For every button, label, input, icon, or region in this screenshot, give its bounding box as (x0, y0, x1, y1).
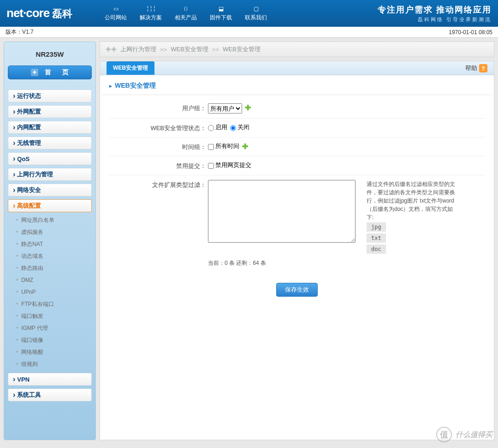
sub-port-mirror[interactable]: 端口镜像 (8, 334, 92, 346)
filter-textarea[interactable] (208, 180, 356, 243)
breadcrumb-icon: ✚✚ (106, 46, 117, 53)
usergroup-select[interactable]: 所有用户 (208, 103, 242, 113)
tab-websecurity[interactable]: WEB安全管理 (107, 61, 154, 75)
logo-text: net·core (6, 6, 49, 20)
disable-submit-option[interactable]: 禁用网页提交 (208, 161, 251, 169)
antenna-icon: ⟮⟯ (181, 5, 190, 12)
lbl-status: WEB安全管理状态： (108, 123, 208, 132)
sliders-icon: ╎╎╎ (146, 5, 155, 12)
sidebar-sublist: 网址黑白名单 虚拟服务 静态NAT 动态域名 静态路由 DMZ UPnP FTP… (8, 214, 92, 370)
nav-company[interactable]: ▭公司网站 (105, 5, 127, 22)
hint-tag: txt (367, 233, 386, 243)
filter-counter: 当前：0 条 还剩：64 条 (208, 259, 266, 267)
version-label: 版本：V1.7 (6, 28, 34, 36)
home-button[interactable]: ✦ 首 页 (8, 66, 92, 79)
sub-virtual-service[interactable]: 虚拟服务 (8, 226, 92, 238)
crumb-a[interactable]: 上网行为管理 (120, 45, 156, 54)
sub-bar: 版本：V1.7 1970-01-01 08:05 (0, 27, 498, 38)
sub-group-rule[interactable]: 组规则 (8, 358, 92, 370)
breadcrumb: ✚✚ 上网行为管理 >> WEB安全管理 >> WEB安全管理 (100, 42, 494, 57)
nav-products[interactable]: ⟮⟯相关产品 (175, 5, 197, 22)
header-tagline: 专注用户需求 推动网络应用 磊科网络 引导业界新潮流 (378, 4, 492, 23)
add-usergroup-icon[interactable]: ✚ (245, 105, 251, 112)
sidebar-menu: 运行状态 外网配置 内网配置 无线管理 QoS 上网行为管理 网络安全 高级配置… (8, 90, 92, 401)
tab-row: WEB安全管理 帮助 ? (100, 61, 494, 75)
model-label: NR235W (8, 50, 92, 58)
sidebar: NR235W ✦ 首 页 运行状态 外网配置 内网配置 无线管理 QoS 上网行… (4, 42, 96, 440)
disable-submit-checkbox[interactable] (208, 163, 214, 169)
sidebar-item-vpn[interactable]: VPN (8, 373, 92, 386)
window-icon: ▭ (111, 5, 120, 12)
sidebar-item-qos[interactable]: QoS (8, 152, 92, 165)
nav-firmware[interactable]: ⬓固件下载 (210, 5, 232, 22)
watermark-icon: 值 (436, 427, 452, 442)
hint-tag: doc (367, 245, 386, 254)
sidebar-item-behavior[interactable]: 上网行为管理 (8, 168, 92, 181)
sub-ftp-port[interactable]: FTP私有端口 (8, 298, 92, 310)
logo-cn: 磊科 (52, 7, 72, 21)
add-timegroup-icon[interactable]: ✚ (242, 144, 249, 150)
timegroup-option[interactable]: 所有时间 (208, 142, 239, 150)
nav-contact[interactable]: ▢联系我们 (245, 5, 267, 22)
datetime-label: 1970-01-01 08:05 (449, 29, 492, 36)
sub-ddns[interactable]: 动态域名 (8, 250, 92, 262)
chat-icon: ▢ (251, 5, 261, 12)
watermark: 值 什么值得买 (436, 427, 492, 442)
sidebar-item-advanced[interactable]: 高级配置 (8, 199, 92, 212)
sidebar-item-security[interactable]: 网络安全 (8, 184, 92, 197)
main-area: ✚✚ 上网行为管理 >> WEB安全管理 >> WEB安全管理 WEB安全管理 … (100, 42, 494, 440)
sub-port-trigger[interactable]: 端口触发 (8, 310, 92, 322)
top-header: net·core 磊科 ▭公司网站 ╎╎╎解决方案 ⟮⟯相关产品 ⬓固件下载 ▢… (0, 0, 498, 27)
filter-hint: 通过文件的后缀名过滤相应类型的文件，要过滤的各文件类型之间需要换行，例如过滤jp… (367, 180, 456, 255)
save-button[interactable]: 保存生效 (276, 283, 318, 297)
radio-enable[interactable] (208, 125, 214, 131)
content-panel: WEB安全管理 帮助 ? WEB安全管理 用户组： 所有用户 ✚ (100, 61, 494, 440)
sub-static-nat[interactable]: 静态NAT (8, 238, 92, 250)
sidebar-item-status[interactable]: 运行状态 (8, 90, 92, 102)
radio-disable[interactable] (230, 125, 236, 131)
form: 用户组： 所有用户 ✚ WEB安全管理状态： 启用 关闭 时间组： (108, 99, 486, 272)
nav-solutions[interactable]: ╎╎╎解决方案 (140, 5, 162, 22)
top-nav: ▭公司网站 ╎╎╎解决方案 ⟮⟯相关产品 ⬓固件下载 ▢联系我们 (105, 5, 267, 22)
lbl-disable-submit: 禁用提交： (108, 161, 208, 170)
sidebar-item-lan[interactable]: 内网配置 (8, 121, 92, 134)
sidebar-item-wireless[interactable]: 无线管理 (8, 137, 92, 149)
crumb-c: WEB安全管理 (223, 45, 261, 54)
sub-upnp[interactable]: UPnP (8, 286, 92, 298)
section-header: WEB安全管理 (102, 75, 492, 95)
lbl-filter: 文件扩展类型过滤： (108, 180, 208, 189)
hint-tag: jpg (367, 222, 386, 232)
status-off-option[interactable]: 关闭 (230, 123, 249, 131)
download-icon: ⬓ (216, 5, 225, 12)
logo: net·core 磊科 (6, 6, 72, 21)
sub-static-route[interactable]: 静态路由 (8, 262, 92, 274)
lbl-timegroup: 时间组： (108, 142, 208, 151)
help-icon: ? (479, 64, 487, 72)
sub-igmp[interactable]: IGMP 代理 (8, 322, 92, 334)
sidebar-item-tools[interactable]: 系统工具 (8, 388, 92, 401)
crumb-b[interactable]: WEB安全管理 (171, 45, 208, 54)
timegroup-checkbox[interactable] (208, 144, 214, 150)
sub-dmz[interactable]: DMZ (8, 274, 92, 286)
status-on-option[interactable]: 启用 (208, 123, 227, 131)
plus-icon: ✦ (31, 69, 38, 76)
sub-wol[interactable]: 网络唤醒 (8, 346, 92, 358)
sidebar-item-wan[interactable]: 外网配置 (8, 105, 92, 118)
lbl-usergroup: 用户组： (108, 103, 208, 113)
help-button[interactable]: 帮助 ? (465, 64, 487, 72)
sub-url-list[interactable]: 网址黑白名单 (8, 214, 92, 226)
